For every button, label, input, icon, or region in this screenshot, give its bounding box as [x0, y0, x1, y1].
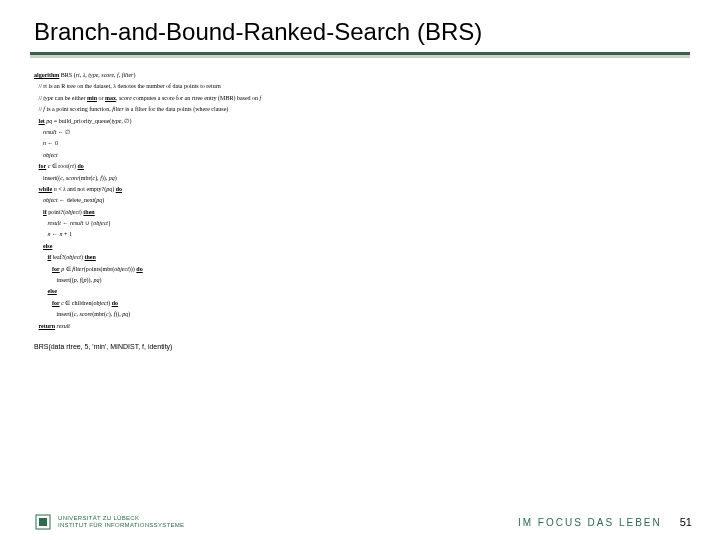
page-number: 51 — [680, 516, 692, 528]
institute-name: INSTITUT FÜR INFORMATIONSSYSTEME — [58, 522, 184, 529]
alg-line: // rt is an R tree on the dataset, λ den… — [34, 81, 686, 92]
alg-line: result ← ∅ — [34, 127, 686, 138]
alg-line: for c ∈ root(rt) do — [34, 161, 686, 172]
uni-name: UNIVERSITÄT ZU LÜBECK — [58, 515, 184, 522]
alg-line: while n < λ and not empty?(pq) do — [34, 184, 686, 195]
algorithm-block: algorithm BRS (rt, λ, type, score, f, fi… — [0, 58, 720, 353]
alg-line: algorithm BRS (rt, λ, type, score, f, fi… — [34, 70, 686, 81]
tagline: IM FOCUS DAS LEBEN — [518, 517, 662, 528]
svg-rect-1 — [39, 518, 47, 526]
alg-line: n ← n + 1 — [34, 229, 686, 240]
alg-line: return result — [34, 321, 686, 332]
alg-line: if leaf?(object) then — [34, 252, 686, 263]
alg-line: insert((c, score(mbr(c), f)), pq) — [34, 173, 686, 184]
slide-title: Branch-and-Bound-Ranked-Search (BRS) — [0, 0, 720, 52]
call-example: BRS(data rtree, 5, 'min', MINDIST, f, id… — [34, 340, 686, 353]
university-logo: UNIVERSITÄT ZU LÜBECK INSTITUT FÜR INFOR… — [34, 513, 184, 531]
alg-line: if point?(object) then — [34, 207, 686, 218]
alg-line: object — [34, 150, 686, 161]
alg-line: // f is a point scoring function, filter… — [34, 104, 686, 115]
alg-line: for p ∈ filter(points(mbr(object))) do — [34, 264, 686, 275]
alg-line: else — [34, 241, 686, 252]
alg-line: n ← 0 — [34, 138, 686, 149]
alg-line: for c ∈ children(object) do — [34, 298, 686, 309]
alg-line: object ← delete_next(pq) — [34, 195, 686, 206]
alg-line: // type can be either min or max, score … — [34, 93, 686, 104]
alg-line: else — [34, 286, 686, 297]
logo-icon — [34, 513, 52, 531]
footer: UNIVERSITÄT ZU LÜBECK INSTITUT FÜR INFOR… — [0, 504, 720, 540]
alg-line: let pq = build_priority_queue(type, ∅) — [34, 116, 686, 127]
alg-line: insert((p, f(p)), pq) — [34, 275, 686, 286]
alg-line: result ← result ∪ {object} — [34, 218, 686, 229]
alg-line: insert((c, score(mbr(c), f)), pq) — [34, 309, 686, 320]
